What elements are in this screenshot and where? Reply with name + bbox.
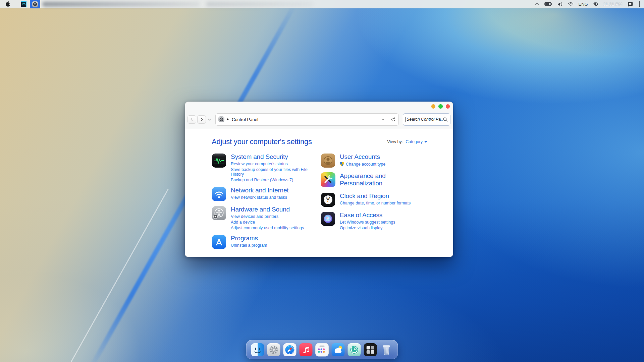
dock-item-launchpad[interactable] <box>315 343 329 357</box>
dropdown-caret-icon <box>424 141 427 143</box>
category-item: Ease of AccessLet Windows suggest settin… <box>321 212 427 230</box>
traffic-lights <box>431 104 450 109</box>
control-panel-address-icon <box>218 116 224 122</box>
category-link[interactable]: Save backup copies of your files with Fi… <box>231 167 315 177</box>
category-title[interactable]: Network and Internet <box>231 187 288 194</box>
view-by-dropdown[interactable]: Category <box>406 139 427 144</box>
uac-shield-icon <box>340 162 344 167</box>
breadcrumb-arrow-icon <box>227 118 229 121</box>
settings-gear-icon[interactable] <box>593 1 598 7</box>
appearance-tools-icon[interactable] <box>321 172 335 187</box>
address-dropdown-icon[interactable] <box>381 117 385 122</box>
categories-left-column: System and SecurityReview your computer'… <box>212 153 321 254</box>
hardware-accessibility-icon[interactable] <box>212 206 226 221</box>
language-indicator[interactable]: ENG <box>579 2 588 7</box>
category-link[interactable]: Change date, time, or number formats <box>340 201 411 205</box>
dock-item-trash[interactable] <box>380 343 393 357</box>
category-title[interactable]: System and Security <box>231 153 288 161</box>
refresh-button[interactable] <box>391 117 396 122</box>
chevron-right-icon <box>199 117 204 122</box>
category-link[interactable]: View network status and tasks <box>231 195 288 200</box>
history-dropdown-button[interactable] <box>207 117 212 122</box>
category-link[interactable]: Optimize visual display <box>340 226 395 230</box>
dock-item-finder[interactable] <box>251 343 265 357</box>
category-title[interactable]: Ease of Access <box>340 212 382 219</box>
dock-item-safari[interactable] <box>283 343 297 357</box>
category-item: System and SecurityReview your computer'… <box>212 153 321 182</box>
battery-icon[interactable] <box>544 2 552 6</box>
category-item: Appearance and Personalization <box>321 172 427 188</box>
photoshop-app-icon[interactable]: Ps <box>21 1 26 7</box>
search-icon <box>443 117 448 122</box>
view-by-label: View by: <box>387 139 403 144</box>
chevron-down-icon <box>207 117 212 122</box>
category-item: Clock and RegionChange date, time, or nu… <box>321 192 427 207</box>
category-title[interactable]: Programs <box>231 235 258 242</box>
dock-item-time-machine[interactable] <box>347 343 361 357</box>
category-title[interactable]: Clock and Region <box>340 192 389 200</box>
dock-item-app-tiles[interactable] <box>364 343 377 357</box>
category-link[interactable]: Adjust commonly used mobility settings <box>231 226 304 230</box>
dock <box>246 340 398 359</box>
category-title[interactable]: Hardware and Sound <box>231 206 290 213</box>
address-separator <box>388 116 388 123</box>
activity-monitor-icon[interactable] <box>212 153 226 168</box>
control-panel-content: Adjust your computer's settings View by:… <box>185 129 453 257</box>
forward-button[interactable] <box>197 115 206 124</box>
chevron-up-icon[interactable] <box>535 2 539 6</box>
wifi-icon[interactable] <box>568 2 574 6</box>
minimize-button[interactable] <box>431 104 436 109</box>
category-item: ProgramsUninstall a program <box>212 235 321 249</box>
search-input[interactable] <box>406 117 443 122</box>
control-panel-window: Control Panel Adjust your computer's set… <box>185 102 453 257</box>
category-item: User AccountsChange account type <box>321 153 427 168</box>
app-store-icon[interactable] <box>212 235 226 249</box>
category-item: Hardware and SoundView devices and print… <box>212 206 321 230</box>
dock-item-system-preferences[interactable] <box>267 343 281 357</box>
category-link[interactable]: View devices and printers <box>231 214 304 219</box>
category-link[interactable]: Add a device <box>231 220 304 225</box>
apple-icon <box>5 1 10 7</box>
category-link[interactable]: Change account type <box>340 162 385 167</box>
category-title[interactable]: Appearance and Personalization <box>340 172 397 187</box>
category-link[interactable]: Uninstall a program <box>231 243 267 248</box>
zoom-button[interactable] <box>438 104 443 109</box>
menu-bar-divider <box>639 1 640 7</box>
address-bar[interactable]: Control Panel <box>215 113 399 126</box>
blurred-menu-items <box>42 2 200 7</box>
dock-item-weather[interactable] <box>331 343 345 357</box>
category-link[interactable]: Backup and Restore (Windows 7) <box>231 178 315 182</box>
text-caret <box>406 117 406 122</box>
category-title[interactable]: User Accounts <box>340 153 380 161</box>
categories-right-column: User AccountsChange account typeAppearan… <box>321 153 427 254</box>
page-title: Adjust your computer's settings <box>212 137 312 146</box>
category-item: Network and InternetView network status … <box>212 187 321 201</box>
apple-menu-icon[interactable] <box>4 1 11 7</box>
clock-icon[interactable] <box>321 192 335 207</box>
volume-icon[interactable] <box>557 2 563 7</box>
category-link[interactable]: Let Windows suggest settings <box>340 220 395 225</box>
dock-item-music[interactable] <box>299 343 313 357</box>
category-link[interactable]: Review your computer's status <box>231 162 315 166</box>
siri-orb-icon[interactable] <box>321 212 335 226</box>
back-button[interactable] <box>187 115 196 124</box>
view-by-value: Category <box>406 139 423 144</box>
close-button[interactable] <box>446 104 450 109</box>
blurred-menu-items-2 <box>206 2 313 6</box>
active-app-control-panel-icon[interactable] <box>30 0 40 8</box>
chevron-left-icon <box>190 117 194 122</box>
menu-bar-clock[interactable]: 11:01 PM <box>603 2 622 7</box>
network-wifi-icon[interactable] <box>212 187 226 201</box>
menu-bar: Ps ENG 11:01 PM <box>0 0 644 8</box>
window-toolbar: Control Panel <box>185 111 453 128</box>
user-contacts-icon[interactable] <box>321 153 335 168</box>
address-text: Control Panel <box>232 117 258 122</box>
refresh-icon <box>391 117 396 122</box>
search-box <box>403 113 450 126</box>
notification-icon[interactable] <box>627 1 633 7</box>
